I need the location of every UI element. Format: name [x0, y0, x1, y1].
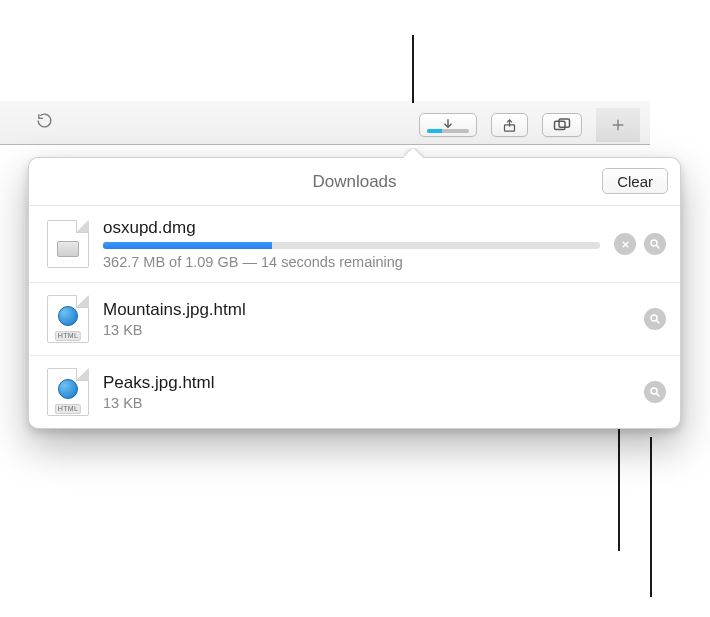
html-file-icon: HTML: [47, 295, 89, 343]
download-filename: osxupd.dmg: [103, 218, 600, 238]
popover-title: Downloads: [312, 172, 396, 192]
download-body: Peaks.jpg.html13 KB: [103, 373, 630, 411]
share-button[interactable]: [491, 113, 528, 137]
callout-leader-toolbar: [412, 35, 414, 103]
download-status: 13 KB: [103, 395, 630, 411]
downloads-mini-progress-fill: [427, 129, 442, 133]
download-actions: [614, 233, 666, 255]
svg-point-13: [651, 388, 657, 394]
download-row: HTMLMountains.jpg.html13 KB: [29, 282, 680, 355]
share-icon: [502, 118, 517, 133]
magnifier-icon: [649, 313, 661, 325]
download-status: 362.7 MB of 1.09 GB — 14 seconds remaini…: [103, 254, 600, 270]
downloads-mini-progress: [427, 129, 469, 133]
download-progress-fill: [103, 242, 272, 249]
callout-leader-reveal: [650, 437, 652, 597]
download-body: Mountains.jpg.html13 KB: [103, 300, 630, 338]
magnifier-icon: [649, 386, 661, 398]
download-progress: [103, 242, 600, 249]
download-body: osxupd.dmg362.7 MB of 1.09 GB — 14 secon…: [103, 218, 600, 270]
download-actions: [644, 381, 666, 403]
svg-line-10: [657, 246, 660, 249]
new-tab-button[interactable]: [596, 108, 640, 142]
file-badge: HTML: [55, 331, 81, 341]
downloads-popover: Downloads Clear osxupd.dmg362.7 MB of 1.…: [28, 157, 681, 429]
download-row: HTMLPeaks.jpg.html13 KB: [29, 355, 680, 428]
svg-point-9: [651, 240, 657, 246]
tabs-icon: [553, 118, 571, 132]
svg-line-12: [657, 321, 660, 324]
clear-button[interactable]: Clear: [602, 168, 668, 194]
popover-header: Downloads Clear: [29, 158, 680, 206]
stop-x-icon: [620, 239, 631, 250]
svg-line-14: [657, 394, 660, 397]
show-all-tabs-button[interactable]: [542, 113, 582, 137]
download-row: osxupd.dmg362.7 MB of 1.09 GB — 14 secon…: [29, 206, 680, 282]
download-filename: Peaks.jpg.html: [103, 373, 630, 393]
reload-icon: [36, 112, 53, 129]
stop-download-button[interactable]: [614, 233, 636, 255]
plus-icon: [610, 117, 626, 133]
reveal-in-finder-button[interactable]: [644, 233, 666, 255]
magnifier-icon: [649, 238, 661, 250]
browser-toolbar: [0, 101, 650, 145]
svg-point-11: [651, 315, 657, 321]
html-file-icon: HTML: [47, 368, 89, 416]
downloads-list: osxupd.dmg362.7 MB of 1.09 GB — 14 secon…: [29, 206, 680, 428]
downloads-toolbar-button[interactable]: [419, 113, 477, 137]
download-actions: [644, 308, 666, 330]
reveal-in-finder-button[interactable]: [644, 308, 666, 330]
file-badge: HTML: [55, 404, 81, 414]
reveal-in-finder-button[interactable]: [644, 381, 666, 403]
popover-caret: [404, 148, 424, 158]
dmg-file-icon: [47, 220, 89, 268]
download-status: 13 KB: [103, 322, 630, 338]
reload-button[interactable]: [28, 109, 60, 131]
download-filename: Mountains.jpg.html: [103, 300, 630, 320]
